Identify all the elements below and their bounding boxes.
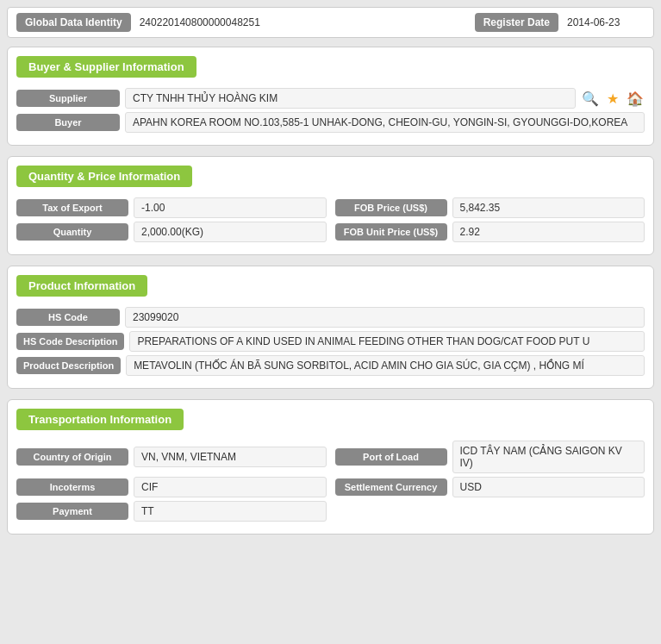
icons-group: 🔍 ★ 🏠 — [581, 89, 645, 108]
supplier-label: Supplier — [16, 90, 120, 107]
country-value: VN, VNM, VIETNAM — [134, 447, 327, 467]
fob-price-label: FOB Price (US$) — [335, 199, 447, 216]
payment-value: TT — [134, 501, 327, 522]
home-icon[interactable]: 🏠 — [626, 89, 645, 108]
transportation-section: Transportation Information Country of Or… — [7, 399, 654, 535]
country-port-row: Country of Origin VN, VNM, VIETNAM Port … — [16, 441, 645, 473]
fob-unit-label: FOB Unit Price (US$) — [335, 223, 447, 241]
product-info-section: Product Information HS Code 23099020 HS … — [7, 266, 654, 389]
buyer-supplier-section: Buyer & Supplier Information Supplier CT… — [7, 47, 654, 146]
register-date-value: 2014-06-23 — [567, 16, 645, 28]
hs-code-row: HS Code 23099020 — [16, 307, 645, 328]
incoterms-value: CIF — [134, 477, 327, 497]
supplier-value: CTY TNHH THỦY HOÀNG KIM — [125, 88, 576, 109]
incoterms-settlement-row: Incoterms CIF Settlement Currency USD — [16, 477, 645, 497]
quantity-label: Quantity — [16, 223, 128, 241]
register-date-label: Register Date — [475, 13, 558, 32]
fob-price-col: FOB Price (US$) 5,842.35 — [335, 197, 645, 218]
product-desc-row: Product Description METAVOLIN (THỐC ÁN B… — [16, 355, 645, 376]
quantity-value: 2,000.00(KG) — [134, 222, 327, 242]
transportation-header: Transportation Information — [16, 409, 184, 430]
empty-col — [335, 501, 645, 522]
top-bar: Global Data Identity 2402201408000000482… — [7, 7, 654, 38]
hs-code-value: 23099020 — [125, 307, 645, 328]
buyer-value: APAHN KOREA ROOM NO.103,585-1 UNHAK-DONG… — [125, 112, 645, 133]
country-col: Country of Origin VN, VNM, VIETNAM — [16, 441, 327, 473]
port-load-value: ICD TÂY NAM (CẢNG SAIGON KV IV) — [452, 441, 645, 473]
hs-code-desc-label: HS Code Description — [16, 333, 124, 350]
product-desc-label: Product Description — [16, 357, 121, 374]
hs-code-desc-value: PREPARATIONS OF A KIND USED IN ANIMAL FE… — [129, 331, 645, 352]
payment-label: Payment — [16, 503, 128, 520]
gdi-value: 240220140800000048251 — [140, 16, 466, 28]
country-label: Country of Origin — [16, 448, 128, 466]
settlement-col: Settlement Currency USD — [335, 477, 645, 497]
incoterms-col: Incoterms CIF — [16, 477, 327, 497]
product-desc-value: METAVOLIN (THỐC ÁN BÃ SUNG SORBITOL, ACI… — [126, 355, 645, 376]
tax-value: -1.00 — [134, 197, 327, 218]
buyer-supplier-header: Buyer & Supplier Information — [16, 56, 196, 78]
quantity-price-header: Quantity & Price Information — [16, 166, 192, 187]
fob-unit-col: FOB Unit Price (US$) 2.92 — [335, 222, 645, 242]
port-col: Port of Load ICD TÂY NAM (CẢNG SAIGON KV… — [335, 441, 645, 473]
payment-row: Payment TT — [16, 501, 645, 522]
quantity-price-section: Quantity & Price Information Tax of Expo… — [7, 156, 654, 255]
search-icon[interactable]: 🔍 — [581, 89, 600, 108]
tax-label: Tax of Export — [16, 199, 128, 216]
page-wrapper: Global Data Identity 2402201408000000482… — [0, 0, 661, 644]
buyer-label: Buyer — [16, 114, 120, 131]
payment-col: Payment TT — [16, 501, 327, 522]
tax-fobprice-row: Tax of Export -1.00 FOB Price (US$) 5,84… — [16, 197, 645, 218]
incoterms-label: Incoterms — [16, 478, 128, 496]
hs-code-desc-row: HS Code Description PREPARATIONS OF A KI… — [16, 331, 645, 352]
fob-unit-value: 2.92 — [452, 222, 645, 242]
tax-col: Tax of Export -1.00 — [16, 197, 327, 218]
buyer-row: Buyer APAHN KOREA ROOM NO.103,585-1 UNHA… — [16, 112, 645, 133]
hs-code-label: HS Code — [16, 309, 120, 326]
qty-fobunit-row: Quantity 2,000.00(KG) FOB Unit Price (US… — [16, 222, 645, 242]
supplier-row: Supplier CTY TNHH THỦY HOÀNG KIM 🔍 ★ 🏠 — [16, 88, 645, 109]
gdi-label: Global Data Identity — [16, 13, 131, 32]
product-info-header: Product Information — [16, 275, 147, 297]
settlement-value: USD — [452, 477, 645, 497]
settlement-label: Settlement Currency — [335, 478, 447, 496]
port-load-label: Port of Load — [335, 448, 447, 466]
qty-col: Quantity 2,000.00(KG) — [16, 222, 327, 242]
fob-price-value: 5,842.35 — [452, 197, 645, 218]
star-icon[interactable]: ★ — [603, 89, 622, 108]
